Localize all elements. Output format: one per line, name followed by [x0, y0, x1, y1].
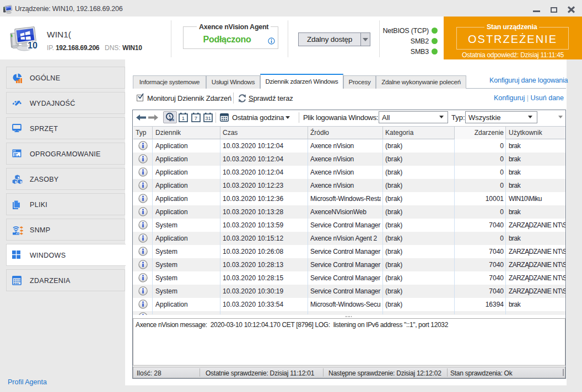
svg-text:7: 7: [195, 115, 197, 121]
svg-text:1: 1: [182, 115, 185, 121]
svg-text:10: 10: [28, 41, 37, 50]
svg-text:1h: 1h: [169, 117, 174, 122]
svg-text:31: 31: [205, 115, 211, 121]
